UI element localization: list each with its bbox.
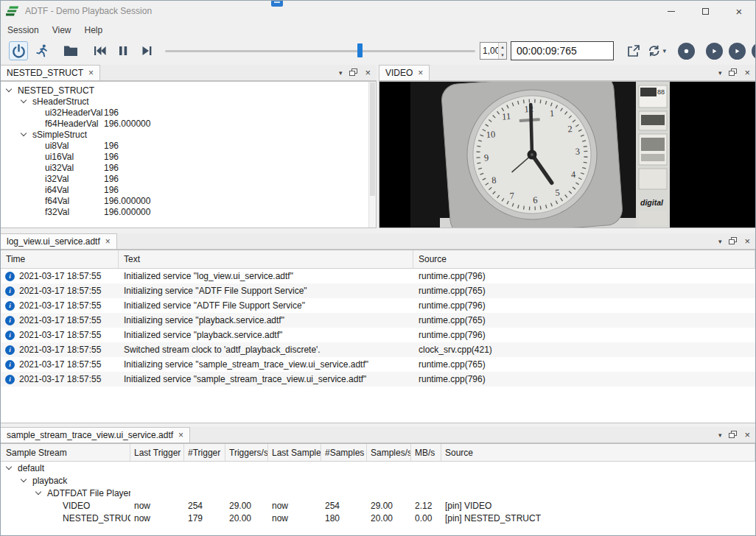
trace-row[interactable]: default [1,462,755,474]
tree-row[interactable]: ui32Val196 [1,162,376,173]
panel-float-button[interactable] [729,430,737,440]
log-row[interactable]: i2021-03-17 18:57:55 Initializing servic… [1,357,755,372]
panel-menu-button[interactable]: ▾ [339,69,343,77]
panel-close-button[interactable]: × [744,68,750,77]
tree-row[interactable]: i64Val196 [1,184,376,195]
open-folder-button[interactable] [61,41,80,60]
log-time: 2021-03-17 18:57:55 [19,286,101,296]
expand-chevron-icon[interactable] [21,476,27,482]
panel-close-button[interactable]: × [744,236,750,246]
tree-row[interactable]: NESTED_STRUCT [1,85,376,96]
menu-session[interactable]: Session [1,22,46,38]
tab-trace-view[interactable]: sample_stream_trace_view.ui_service.adtf… [0,427,190,442]
scrollbar-thumb[interactable] [370,82,375,196]
expand-chevron-icon[interactable] [35,489,41,495]
loop-dropdown-icon[interactable]: ▾ [662,47,666,54]
vertical-scrollbar[interactable] [368,82,376,228]
marker-button-4[interactable] [752,43,756,60]
tree-row[interactable]: ui16Val196 [1,151,376,162]
detach-button[interactable] [623,41,643,60]
svg-text:9: 9 [484,152,489,163]
loop-button[interactable]: ▾ [647,41,666,60]
tab-close-icon[interactable]: × [178,431,183,440]
menu-view[interactable]: View [46,22,78,38]
expand-chevron-icon[interactable] [21,97,27,103]
log-row[interactable]: i2021-03-17 18:57:55 Initialized service… [1,298,755,313]
step-forward-button[interactable] [137,41,156,60]
column-header-mb-per-s[interactable]: MB/s [411,444,441,461]
info-icon: i [5,301,15,311]
timeline-slider[interactable] [165,41,475,60]
column-header-source[interactable]: Source [441,444,755,461]
column-header-last-sample[interactable]: Last Sample [268,444,321,461]
close-button[interactable]: × [722,0,756,22]
spin-down-icon[interactable]: ▼ [499,51,506,59]
tab-close-icon[interactable]: × [105,237,111,246]
tab-close-icon[interactable]: × [88,68,94,77]
power-button[interactable] [9,41,28,60]
panel-menu-button[interactable]: ▾ [718,69,722,77]
log-row[interactable]: i2021-03-17 18:57:55 Initialized service… [1,372,755,387]
column-header-last-trigger[interactable]: Last Trigger [130,444,184,461]
column-header-samples-per-s[interactable]: Samples/s [367,444,411,461]
pause-button[interactable] [113,41,133,60]
panel-menu-button[interactable]: ▾ [718,238,722,245]
run-button[interactable] [32,41,52,60]
menu-help[interactable]: Help [78,22,110,38]
expand-chevron-icon[interactable] [6,86,12,92]
trace-row[interactable]: VIDEO now 254 29.00 now 254 29.00 2.12 [… [1,499,755,512]
tree-row[interactable]: ui8Val196 [1,140,376,151]
panel-menu-button[interactable]: ▾ [718,431,722,439]
marker-button-3[interactable] [729,43,746,60]
panel-close-button[interactable]: × [744,430,750,440]
tree-row[interactable]: f64Val196.000000 [1,195,376,206]
column-header-triggers-per-s[interactable]: Triggers/s [225,444,268,461]
tree-row[interactable]: sSimpleStruct [1,129,376,140]
time-display[interactable]: 00:00:09:765 [511,41,614,60]
panel-float-button[interactable] [729,236,737,247]
column-header-samples[interactable]: #Samples [321,444,367,461]
column-header-trigger-count[interactable]: #Trigger [184,444,225,461]
trace-row[interactable]: NESTED_STRUCT now 179 20.00 now 180 20.0… [1,512,755,524]
slider-track[interactable] [165,50,475,52]
tree-row[interactable]: f32Val196.000000 [1,206,376,217]
tab-log-view[interactable]: log_view.ui_service.adtf × [0,233,117,249]
playback-toolbar: 1,00x ▲ ▼ 00:00:09:765 ▾ [0,38,756,63]
expand-chevron-icon[interactable] [21,130,27,136]
tab-nested-struct[interactable]: NESTED_STRUCT × [0,65,100,80]
tab-close-icon[interactable]: × [418,68,423,77]
skip-to-start-button[interactable] [90,41,109,60]
samples-value: 254 [321,499,367,512]
marker-button-1[interactable] [678,43,695,60]
column-header-sample-stream[interactable]: Sample Stream [1,444,130,461]
expand-chevron-icon[interactable] [6,464,12,470]
tree-row[interactable]: ui32HeaderVal196 [1,107,376,118]
log-row[interactable]: i2021-03-17 18:57:55 Switched stream clo… [1,342,755,357]
tree-row[interactable]: i32Val196 [1,173,376,184]
log-row[interactable]: i2021-03-17 18:57:55 Initialized service… [1,269,755,283]
log-row[interactable]: i2021-03-17 18:57:55 Initializing servic… [1,313,755,328]
maximize-button[interactable] [688,0,722,22]
panel-float-button[interactable] [349,68,357,78]
panel-float-button[interactable] [729,68,737,78]
trace-row[interactable]: playback [1,474,755,487]
marker-dot-icon [682,47,690,55]
log-row[interactable]: i2021-03-17 18:57:55 Initializing servic… [1,283,755,298]
column-header-text[interactable]: Text [119,250,413,268]
log-time: 2021-03-17 18:57:55 [19,330,101,340]
minimize-button[interactable] [654,0,688,22]
tree-row[interactable]: f64HeaderVal196.000000 [1,118,376,129]
horizontal-splitter-1[interactable] [0,228,756,233]
column-header-time[interactable]: Time [1,250,119,268]
tab-video[interactable]: VIDEO × [379,65,430,80]
tree-row[interactable]: sHeaderStruct [1,96,376,107]
spin-up-icon[interactable]: ▲ [499,43,506,51]
log-row[interactable]: i2021-03-17 18:57:55 Initialized service… [1,328,755,342]
trace-row[interactable]: ADTFDAT File Player [1,487,755,499]
slider-handle[interactable] [357,43,363,57]
marker-button-2[interactable] [706,43,723,60]
column-header-source[interactable]: Source [413,250,755,268]
panel-close-button[interactable]: × [365,68,371,77]
speed-spinbox[interactable]: 1,00x ▲ ▼ [480,42,507,60]
log-text: Initialized service "playback.service.ad… [119,328,413,342]
